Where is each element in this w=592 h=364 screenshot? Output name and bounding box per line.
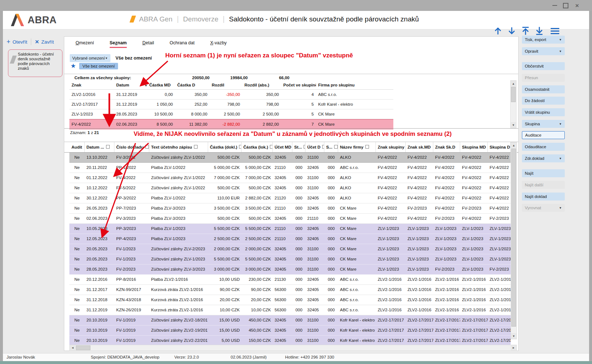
bottom-table-horizontal-scrollbar[interactable]: ◄ ► — [69, 345, 517, 351]
tab-ochrana-dat[interactable]: Ochrana dat — [166, 37, 198, 49]
favorite-filter-chip[interactable]: Vše bez omezení — [79, 63, 118, 69]
scrollbar-down-icon[interactable]: ▼ — [511, 333, 516, 339]
group-row[interactable]: ZLV2-17/201731.12.20191 050,00252,00798,… — [69, 100, 393, 109]
table-row[interactable]: Ne12.05.2023PP-4/2023Platba ZLV-1/20232 … — [69, 234, 511, 244]
column-header-firma-pro-skupinu[interactable]: Firma pro skupinu — [316, 80, 393, 90]
bottom-table-scrollbar[interactable]: ▲ ▼ — [511, 142, 517, 339]
window-titlebar[interactable]: × — [0, 0, 592, 11]
column-header-stka-d[interactable]: Částka D — [175, 80, 210, 90]
close-button[interactable]: ✕ Zavřít — [35, 39, 54, 45]
minimize-icon[interactable] — [551, 2, 559, 9]
sidebar-button-tisk-export[interactable]: Tisk, export▼ — [522, 36, 565, 44]
column-header-audit[interactable]: Audit — [69, 142, 85, 152]
column-header-znak-skupiny[interactable]: Znak skupiny — [376, 142, 406, 152]
table-row[interactable]: Ne20.10.2019FV-1/2019Zúčtování zálohy ZL… — [69, 315, 511, 325]
sidebar-button-auditace[interactable]: Auditace — [522, 131, 565, 139]
table-row[interactable]: Ne01.12.2022FV-4/2022Zúčtování zálohy ZL… — [69, 173, 511, 183]
tab-detail[interactable]: Detail — [139, 37, 157, 49]
column-filter-checkbox[interactable] — [106, 145, 110, 149]
table-row[interactable]: Ne30.12.2022PP-3/2022Platba ZLV-1/202211… — [69, 193, 511, 203]
scrollbar-thumb[interactable] — [511, 87, 516, 102]
close-icon[interactable]: × — [573, 2, 581, 9]
column-header-znak-sk-d[interactable]: Znak Sk.D — [433, 142, 460, 152]
table-row[interactable]: Ne20.12.2016PP-8/2016Platba ZLV2-1/20161… — [69, 275, 511, 285]
column-filter-checkbox[interactable] — [194, 145, 198, 149]
scroll-to-top-icon[interactable] — [521, 26, 531, 36]
sidebar-button-naj-t[interactable]: Najít — [522, 169, 565, 177]
sidebar-button-odauditace[interactable]: Odauditace — [522, 143, 565, 151]
scrollbar-right-icon[interactable]: ► — [511, 345, 516, 351]
scrollbar-thumb[interactable] — [511, 149, 516, 327]
column-filter-checkbox[interactable] — [270, 145, 273, 149]
column-header-datum[interactable]: Datum ... — [85, 142, 114, 152]
group-row[interactable]: FV-4/202202.06.20238 500,0011 382,00-2 8… — [69, 119, 393, 129]
table-row[interactable]: Ne31.12.2017KZN-99/2017Kurzová ztráta ZL… — [69, 285, 511, 295]
column-filter-checkbox[interactable] — [334, 145, 338, 149]
table-row[interactable]: Ne20.11.2022PP-1/2022Platba ZLV-1/20225 … — [69, 163, 511, 173]
sidebar-button-osamostatnit[interactable]: Osamostatnit — [522, 85, 565, 93]
table-row[interactable]: Ne20.05.2023FV-1/2023Zúčtování zálohy ZL… — [69, 254, 511, 264]
open-window-card[interactable]: Saldokonto - účetní deník souvztažně pod… — [8, 49, 62, 77]
scroll-to-bottom-icon[interactable] — [535, 26, 545, 36]
column-filter-checkbox[interactable] — [145, 145, 149, 149]
column-header-datum[interactable]: Datum — [114, 80, 142, 90]
favorite-star-icon[interactable]: ★ — [70, 62, 76, 70]
sidebar-button-zdr-doklad[interactable]: Zdr.doklad▼ — [522, 154, 565, 162]
sidebar-button-opravit[interactable]: Opravit▼ — [522, 47, 565, 55]
table-row[interactable]: Ne10.05.2023PP-3/2023Platba ZLV-1/20235 … — [69, 224, 511, 234]
column-filter-checkbox[interactable] — [239, 145, 242, 149]
open-button[interactable]: + Otevřít — [7, 39, 27, 45]
column-header-rozd-l[interactable]: Rozdíl — [210, 80, 242, 90]
sidebar-button-do-dost[interactable]: Do žádostí — [522, 97, 565, 105]
tab-seznam[interactable]: Seznam — [106, 37, 130, 49]
sidebar-button-naj-t-doklad[interactable]: Najít doklad — [522, 193, 565, 201]
menu-icon[interactable] — [551, 26, 561, 34]
column-header-stka-md[interactable]: ▲Částka MD — [142, 80, 175, 90]
column-header-slo-dokladu[interactable]: Číslo dokladu — [114, 142, 149, 152]
group-row[interactable]: ZLV2-1/201631.12.20190,00350,00-350,0035… — [69, 90, 393, 100]
column-header-rozd-l-abs[interactable]: Rozdíl (abs.) — [242, 80, 281, 90]
column-header-text-etn-ho-z-pisu[interactable]: Text účetního zápisu — [149, 142, 208, 152]
scrollbar-left-icon[interactable]: ◄ — [70, 345, 76, 351]
scrollbar-down-icon[interactable]: ▼ — [511, 122, 516, 128]
sidebar-button-vr-tit-skupinu[interactable]: Vrátit skupinu — [522, 108, 565, 116]
column-header-skupina-md[interactable]: Skupina MD — [460, 142, 488, 152]
column-header-znak-sk-md[interactable]: Znak sk.MD — [406, 142, 433, 152]
scrollbar-up-icon[interactable]: ▲ — [511, 142, 516, 148]
tab-omezen[interactable]: Omezení — [72, 37, 97, 49]
status-version: Verze: 23.2.0 — [174, 355, 199, 359]
top-table-scrollbar[interactable]: ▲ ▼ — [510, 80, 516, 128]
table-row[interactable]: Ne26.05.2023PP-7/2023Platba ZLV-3/20233 … — [69, 203, 511, 214]
column-header-znak[interactable]: Znak — [69, 80, 114, 90]
column-header-n-zev-firmy[interactable]: Název firmy — [338, 142, 376, 152]
scroll-up-icon[interactable] — [493, 26, 503, 36]
column-header-et-d[interactable]: Účet D — [305, 142, 324, 152]
table-row[interactable]: Ne28.05.2023FV-2/2023Zúčtování zálohy ZL… — [69, 264, 511, 275]
restriction-preset-dropdown[interactable]: Vybrané omezení ▼ — [70, 54, 110, 62]
table-row[interactable]: Ne31.12.2018KZN-43/2018Kurzová ztráta ZL… — [69, 295, 511, 305]
column-header-skupina-d[interactable]: Skupina D — [488, 142, 511, 152]
column-header-st[interactable]: St... — [292, 142, 305, 152]
maximize-icon[interactable] — [561, 2, 569, 9]
column-header-stka-lok[interactable]: Částka (lok.) — [242, 142, 273, 152]
column-header-et-md[interactable]: Účet MD — [273, 142, 292, 152]
table-row[interactable]: Ne20.10.2019FV-1/2019Zúčtování zálohy ZL… — [69, 325, 511, 336]
scrollbar-up-icon[interactable]: ▲ — [511, 81, 516, 86]
table-row[interactable]: Ne20.10.2019FV-1/2019Zúčtování zálohy ZL… — [69, 336, 511, 346]
column-header-stka-dokl[interactable]: Částka (dokl.) — [208, 142, 242, 152]
column-header-s[interactable]: S... — [324, 142, 338, 152]
sidebar-button-ob-erstvit[interactable]: Občerstvit — [522, 62, 565, 70]
table-row[interactable]: Ne02.06.2023PV-3/2023Platba ZLV-3/202350… — [69, 214, 511, 224]
column-filter-checkbox[interactable] — [365, 145, 369, 149]
table-row[interactable]: Ne13.10.2022FV-3/2022Zúčtování zálohy ZL… — [69, 153, 511, 163]
table-row[interactable]: Ne20.05.2023FV-1/2023Zúčtování zálohy ZL… — [69, 244, 511, 254]
plus-icon: + — [7, 39, 11, 45]
scrollbar-thumb[interactable] — [76, 345, 90, 350]
column-header-po-et-ve-skupin[interactable]: Počet ve skupině — [281, 80, 316, 90]
group-row[interactable]: ZLV-1/202328.05.202310 500,008 000,002 5… — [69, 109, 393, 119]
scroll-down-icon[interactable] — [507, 26, 517, 36]
table-row[interactable]: Ne10.12.2022FV-5/2022Zúčtování zálohy ZL… — [69, 183, 511, 193]
tab-x-vazby[interactable]: X-vazby — [207, 37, 230, 49]
sidebar-button-skupina[interactable]: Skupina▼ — [522, 120, 565, 128]
table-row[interactable]: Ne31.12.2019KZN-26/2019Kurzová ztráta ZL… — [69, 305, 511, 315]
